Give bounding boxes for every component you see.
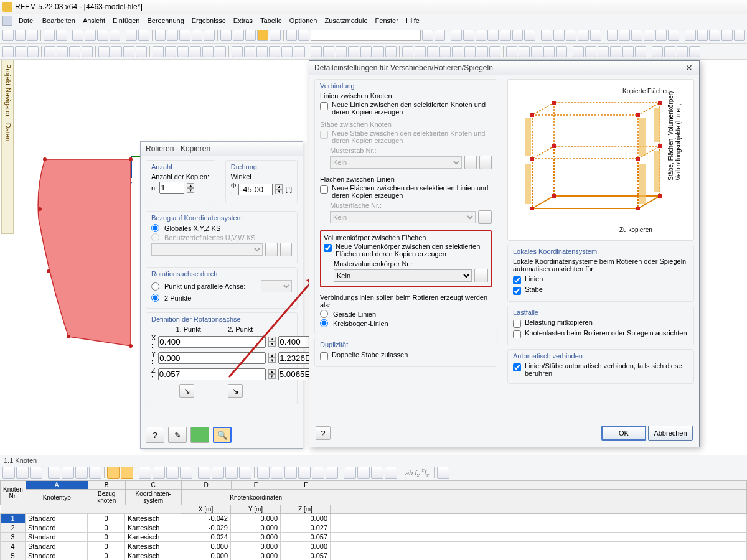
z1-input[interactable] [158, 368, 266, 380]
tt-6[interactable] [75, 467, 88, 479]
mv-pick[interactable] [474, 269, 488, 282]
tb-b28[interactable] [476, 30, 487, 41]
t2-45[interactable] [585, 46, 596, 57]
tt-20[interactable] [284, 467, 297, 479]
tb-combo[interactable] [311, 30, 421, 41]
t2-23[interactable] [294, 46, 305, 57]
belastung-cb[interactable] [513, 320, 521, 328]
tt-16[interactable] [225, 467, 238, 479]
tt-11[interactable] [153, 467, 165, 479]
tt-1[interactable] [2, 467, 15, 479]
menu-ansicht[interactable]: Ansicht [79, 17, 109, 24]
tb-b15[interactable] [192, 30, 203, 41]
t2-44[interactable] [573, 46, 584, 57]
tt-19[interactable] [271, 467, 283, 479]
tb-b22[interactable] [286, 30, 298, 41]
tb-print[interactable] [44, 30, 55, 41]
tt-5[interactable] [62, 467, 74, 479]
menu-berechnung[interactable]: Berechnung [143, 17, 187, 24]
t2-4[interactable] [44, 46, 55, 57]
tb-save[interactable] [27, 30, 38, 41]
tt-24[interactable] [344, 467, 356, 479]
punkt-achse-radio[interactable] [151, 282, 159, 291]
menu-datei[interactable]: Datei [15, 17, 39, 24]
tb-b35[interactable] [566, 30, 577, 41]
tb-b37[interactable] [590, 30, 601, 41]
help-button-2[interactable]: ? [316, 426, 331, 440]
t2-10[interactable] [123, 46, 134, 57]
t2-2[interactable] [15, 46, 26, 57]
kopien-dn[interactable]: ▼ [187, 188, 194, 193]
zwei-punkte-radio[interactable] [151, 294, 159, 302]
tt-2[interactable] [16, 467, 29, 479]
kopien-input[interactable] [159, 182, 184, 194]
help-button[interactable]: ? [146, 427, 164, 443]
menu-extras[interactable]: Extras [230, 17, 256, 24]
tt-27[interactable] [385, 467, 397, 479]
menu-ergebnisse[interactable]: Ergebnisse [188, 17, 230, 24]
gerade-radio[interactable] [320, 310, 328, 318]
tb-b48[interactable] [734, 30, 745, 41]
tb-b41[interactable] [644, 30, 655, 41]
tb-b23[interactable] [298, 30, 309, 41]
tb-b38[interactable] [607, 30, 618, 41]
x1-input[interactable] [158, 336, 266, 348]
tt-9[interactable] [121, 467, 133, 479]
edit-button[interactable]: ✎ [168, 427, 187, 443]
tt-23[interactable] [326, 467, 338, 479]
t2-8[interactable] [98, 46, 110, 57]
t2-9[interactable] [111, 46, 122, 57]
tb-b27[interactable] [463, 30, 474, 41]
menu-fenster[interactable]: Fenster [372, 17, 402, 24]
tb-b19[interactable] [245, 30, 256, 41]
t2-38[interactable] [489, 46, 500, 57]
t2-3[interactable] [27, 46, 39, 57]
t2-47[interactable] [610, 46, 621, 57]
t2-12[interactable] [153, 46, 164, 57]
tt-26[interactable] [371, 467, 383, 479]
tb-b47[interactable] [721, 30, 733, 41]
tt-28[interactable] [437, 467, 449, 479]
t2-17[interactable] [215, 46, 226, 57]
fl-checkbox[interactable] [320, 185, 328, 194]
details-button[interactable]: 🔍 [213, 427, 232, 443]
vk-checkbox[interactable] [324, 244, 332, 252]
tt-22[interactable] [312, 467, 324, 479]
tb-b12[interactable] [155, 30, 166, 41]
menu-optionen[interactable]: Optionen [286, 17, 321, 24]
tb-b21[interactable] [270, 30, 281, 41]
t2-13[interactable] [165, 46, 176, 57]
t2-40[interactable] [519, 46, 530, 57]
menu-zusatzmodule[interactable]: Zusatzmodule [321, 17, 372, 24]
t2-32[interactable] [415, 46, 426, 57]
t2-24[interactable] [311, 46, 322, 57]
autoverbinden-cb[interactable] [513, 363, 521, 371]
tb-b44[interactable] [685, 30, 696, 41]
global-ks-radio[interactable] [151, 224, 159, 232]
t2-35[interactable] [452, 46, 463, 57]
tt-10[interactable] [139, 467, 151, 479]
knoten-table-body[interactable]: X [m]Y [m]Z [m]1Standard0Kartesisch-0.04… [0, 505, 747, 560]
t2-16[interactable] [202, 46, 214, 57]
t2-50[interactable] [652, 46, 663, 57]
t2-36[interactable] [464, 46, 476, 57]
tb-b45[interactable] [697, 30, 708, 41]
t2-33[interactable] [427, 46, 438, 57]
tb-undo[interactable] [126, 30, 137, 41]
tt-18[interactable] [257, 467, 270, 479]
tt-15[interactable] [212, 467, 224, 479]
tb-b17[interactable] [220, 30, 232, 41]
tb-b33[interactable] [541, 30, 552, 41]
tb-b24[interactable] [422, 30, 433, 41]
tt-13[interactable] [180, 467, 192, 479]
menu-tabelle[interactable]: Tabelle [256, 17, 286, 24]
tb-b14[interactable] [179, 30, 190, 41]
kreisbogen-radio[interactable] [320, 319, 328, 327]
tb-new[interactable] [2, 30, 14, 41]
tb-b30[interactable] [500, 30, 511, 41]
lk-checkbox[interactable] [320, 102, 328, 110]
t2-43[interactable] [556, 46, 567, 57]
t2-25[interactable] [323, 46, 334, 57]
t2-15[interactable] [190, 46, 201, 57]
cancel-button[interactable]: Abbrechen [648, 426, 693, 441]
